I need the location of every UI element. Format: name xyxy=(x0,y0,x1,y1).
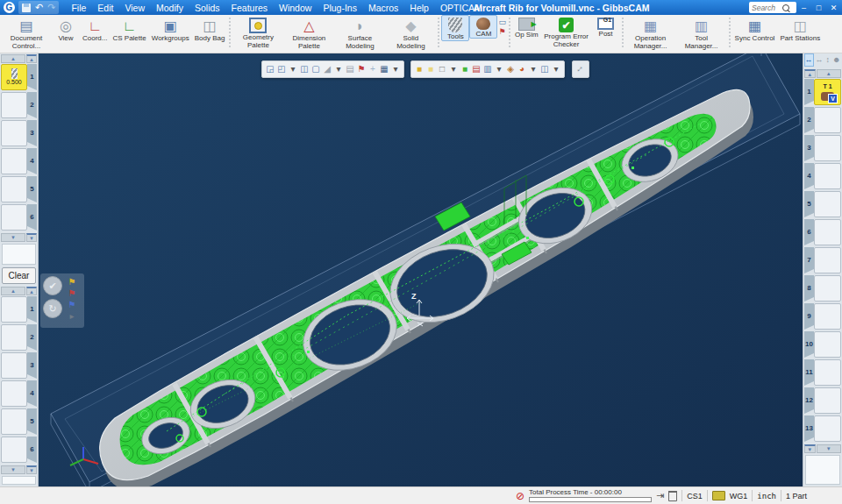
clear-button[interactable]: Clear xyxy=(2,267,36,284)
vb-cols-icon[interactable]: ▥ xyxy=(482,62,493,76)
operation-slot-number-tab[interactable]: 2 xyxy=(27,324,37,351)
operation-slot-number-tab[interactable]: 6 xyxy=(27,437,37,463)
menu-item[interactable]: View xyxy=(119,2,150,14)
scroll-down-button[interactable]: ▼ xyxy=(1,465,25,474)
machine-tool-slot[interactable] xyxy=(814,303,841,330)
machine-slot-number-tab[interactable]: 12 xyxy=(804,387,814,414)
fit-width-active-icon[interactable]: ↔ xyxy=(804,53,814,67)
ribbon-button[interactable]: ◎View xyxy=(52,15,80,43)
machine-slot-number-tab[interactable]: 4 xyxy=(804,163,814,189)
tool-slot-number-tab[interactable]: 2 xyxy=(27,92,37,118)
tool-slot[interactable] xyxy=(1,120,27,146)
operation-slot-number-tab[interactable]: 4 xyxy=(27,380,37,407)
va-flag-icon[interactable]: ⚑ xyxy=(356,62,367,76)
fit-v-icon[interactable]: ↕ xyxy=(825,53,831,67)
scroll-up-button[interactable]: ▲ xyxy=(1,287,25,295)
search-icon[interactable] xyxy=(782,4,789,11)
machine-slot-number-tab[interactable]: 8 xyxy=(804,275,814,302)
machine-slot-number-tab[interactable]: 6 xyxy=(804,219,814,245)
ribbon-button[interactable]: CAM xyxy=(469,15,497,39)
machine-tool-slot[interactable] xyxy=(814,191,841,217)
tool-slot-number-tab[interactable]: 1 xyxy=(27,64,37,90)
scroll-to-top-button[interactable]: ▲ xyxy=(26,54,37,63)
ribbon-button[interactable]: Geometry Palette xyxy=(232,15,283,50)
machine-tool-slot[interactable] xyxy=(814,107,841,133)
close-icon[interactable]: ✕ xyxy=(827,4,840,12)
machine-slot-number-tab[interactable]: 3 xyxy=(804,135,814,161)
expand-toolbar-button[interactable]: ↕ xyxy=(572,60,589,78)
dropdown-icon[interactable]: ▾ xyxy=(494,62,504,76)
vb-green-icon[interactable]: ■ xyxy=(460,62,470,76)
save-icon[interactable] xyxy=(22,4,31,12)
operator-icon[interactable]: ☻ xyxy=(831,53,841,67)
tool-slot[interactable]: 0.500 xyxy=(1,64,27,90)
ribbon-button[interactable]: ▤Document Control... xyxy=(1,15,52,51)
ribbon-button[interactable]: ◫Part Stations xyxy=(777,15,823,43)
dropdown-icon[interactable]: ▾ xyxy=(288,62,298,76)
scroll-to-top-button[interactable]: ▲ xyxy=(26,287,37,295)
operation-slot[interactable] xyxy=(1,324,27,351)
machine-tool-slot[interactable] xyxy=(814,219,841,245)
ribbon-button[interactable]: ∟CS Palette xyxy=(110,15,148,43)
tool-slot[interactable] xyxy=(1,148,27,174)
vb-cube-icon[interactable]: ◈ xyxy=(505,62,516,76)
dropdown-icon[interactable]: ▾ xyxy=(333,62,344,76)
undo-icon[interactable]: ↶ xyxy=(35,2,43,13)
machine-slot-number-tab[interactable]: 1 xyxy=(804,79,814,105)
operation-slot[interactable] xyxy=(1,296,27,323)
vb-pale-icon[interactable]: ■ xyxy=(425,62,436,76)
va-plus-icon[interactable]: + xyxy=(367,62,378,76)
machine-slot-number-tab[interactable]: 2 xyxy=(804,107,814,133)
operation-slot[interactable] xyxy=(1,352,27,379)
3d-viewport[interactable]: Z ◲◰▾◫▢◢▾▤⚑+▦▾ ■■□▾■▤▥▾◈◕▾◫▾ ↕ xyxy=(39,53,803,486)
ribbon-button[interactable]: ▦Sync Control xyxy=(732,15,778,43)
operation-slot-number-tab[interactable]: 5 xyxy=(27,408,37,435)
menu-item[interactable]: Edit xyxy=(92,2,118,14)
fit-width-icon[interactable]: ↔ xyxy=(815,53,824,67)
ribbon-button[interactable]: ▦Operation Manager... xyxy=(625,15,676,51)
ribbon-button[interactable]: ▣Workgroups xyxy=(149,15,192,43)
redo-op-icon[interactable]: ↻ xyxy=(43,299,62,318)
dropdown-icon[interactable]: ▾ xyxy=(448,62,459,76)
operation-slot[interactable] xyxy=(1,408,27,435)
ribbon-button[interactable]: ∟Coord... xyxy=(80,15,110,43)
scroll-to-top-button[interactable]: ▲ xyxy=(804,69,816,78)
scroll-up-button[interactable]: ▲ xyxy=(1,54,25,63)
menu-item[interactable]: Window xyxy=(274,2,317,14)
ribbon-button[interactable]: △Dimension Palette xyxy=(283,15,334,51)
menu-item[interactable]: File xyxy=(66,2,91,14)
ribbon-button[interactable]: ◫Body Bag xyxy=(192,15,228,43)
va-redraw-icon[interactable]: ◫ xyxy=(299,62,310,76)
va-grid-icon[interactable]: ▦ xyxy=(379,62,389,76)
vb-wire-icon[interactable]: □ xyxy=(437,62,447,76)
flag-yellow-icon[interactable]: ⚑ xyxy=(68,276,76,287)
machine-slot-number-tab[interactable]: 9 xyxy=(804,303,814,330)
machine-slot-number-tab[interactable]: 13 xyxy=(804,415,814,442)
menu-item[interactable]: Solids xyxy=(189,2,225,14)
ribbon-button[interactable]: ◗Surface Modeling xyxy=(334,15,385,51)
machine-tool-slot[interactable] xyxy=(814,415,841,442)
mini-arrow-icon[interactable]: ▸ xyxy=(69,310,74,322)
tool-slot[interactable] xyxy=(1,204,27,231)
tool-slot-number-tab[interactable]: 6 xyxy=(27,204,37,231)
operation-slot-number-tab[interactable]: 3 xyxy=(27,352,37,379)
vb-pie-icon[interactable]: ◕ xyxy=(517,62,527,76)
scroll-to-bottom-button[interactable]: ▼ xyxy=(804,444,816,453)
va-flag-icon[interactable]: ⚑ xyxy=(498,27,506,36)
bubble-icon[interactable]: ▭ xyxy=(498,18,506,26)
tool-slot-number-tab[interactable]: 4 xyxy=(27,148,37,174)
operation-slot-number-tab[interactable]: 1 xyxy=(27,296,37,323)
machine-tool-slot[interactable] xyxy=(814,359,841,386)
tool-slot[interactable] xyxy=(1,176,27,202)
search-input[interactable] xyxy=(752,4,781,12)
operation-slot[interactable] xyxy=(1,380,27,407)
operation-slot[interactable] xyxy=(1,437,27,463)
scroll-up-button[interactable]: ▲ xyxy=(817,69,841,78)
machine-tool-slot[interactable] xyxy=(814,163,841,189)
tool-slot-number-tab[interactable]: 5 xyxy=(27,176,37,202)
machine-tool-slot[interactable] xyxy=(814,275,841,302)
dropdown-icon[interactable]: ▾ xyxy=(528,62,539,76)
machine-slot-number-tab[interactable]: 10 xyxy=(804,331,814,358)
dropdown-icon[interactable]: ▾ xyxy=(390,62,401,76)
vb-red-icon[interactable]: ▤ xyxy=(471,62,482,76)
